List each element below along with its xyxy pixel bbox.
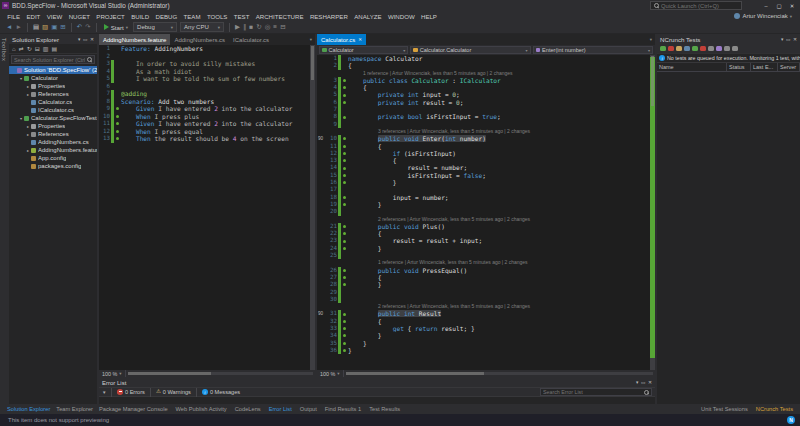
code-line[interactable]: 20 — [317, 208, 650, 215]
start-debug-button[interactable]: Start▾ — [102, 24, 130, 31]
bottom-tab-web-publish-activity[interactable]: Web Publish Activity — [173, 406, 230, 412]
code-line[interactable]: 24 } — [317, 245, 650, 252]
ncrunch-title[interactable]: NCrunch Tests ▾ ▭ ✕ — [657, 34, 800, 44]
bottom-tab-test-results[interactable]: Test Results — [366, 406, 403, 412]
code-line[interactable]: 3 public class Calculator : ICalculator — [317, 77, 650, 84]
close-icon[interactable]: ✕ — [358, 37, 362, 42]
collapse-icon[interactable]: ⊟ — [280, 24, 285, 31]
warnings-filter-button[interactable]: ⚠ 0 Warnings — [156, 389, 191, 395]
ncrunch-run-icon[interactable] — [660, 46, 666, 52]
column-header-name[interactable]: Name — [657, 63, 727, 71]
open-file-icon[interactable]: ▨ — [42, 24, 48, 31]
feature-line[interactable]: 10 When I press plus — [99, 113, 310, 121]
pin-icon[interactable]: ▭ — [786, 37, 791, 42]
scrollbar-thumb[interactable] — [311, 46, 314, 80]
close-icon[interactable]: ✕ — [90, 37, 94, 42]
code-line[interactable]: 22 { — [317, 230, 650, 237]
code-line[interactable]: 9 — [317, 121, 650, 128]
pin-icon[interactable]: ▭ — [641, 380, 646, 385]
code-line[interactable]: 6 private int result = 0; — [317, 99, 650, 106]
feature-line[interactable]: 6 — [99, 83, 310, 91]
scrollbar-thumb[interactable] — [346, 372, 484, 375]
errors-filter-button[interactable]: 0 Errors — [117, 389, 144, 395]
error-list-title[interactable]: Error List ▾ ▭ ✕ — [99, 378, 655, 387]
feature-line[interactable]: 5 I want to be told the sum of few numbe… — [99, 75, 310, 83]
feature-line[interactable]: 8Scenario: Add two numbers — [99, 98, 310, 106]
save-icon[interactable]: ▣ — [51, 24, 57, 31]
messages-filter-button[interactable]: i 0 Messages — [202, 389, 240, 395]
column-header-server[interactable]: Server — [778, 63, 800, 71]
feature-line[interactable]: 7@adding — [99, 90, 310, 98]
codelens-line[interactable]: 1 reference | Artur Wincenciak, less tha… — [317, 70, 650, 77]
tree-item[interactable]: Calculator.cs — [9, 98, 97, 106]
solution-search-input[interactable] — [14, 57, 85, 63]
code-line[interactable]: 32 { — [317, 318, 650, 325]
tree-item[interactable]: ▸Properties — [9, 82, 97, 90]
menu-tools[interactable]: TOOLS — [204, 13, 231, 20]
refresh-icon[interactable]: ↻ — [27, 45, 32, 52]
close-icon[interactable]: ✕ — [786, 3, 798, 9]
bottom-tab-codelens[interactable]: CodeLens — [232, 406, 264, 412]
back-icon[interactable]: ◄ — [6, 24, 12, 31]
code-line[interactable]: 36} — [317, 347, 650, 354]
bottom-tab-error-list[interactable]: Error List — [266, 406, 295, 412]
ncrunch-filter-icon[interactable] — [732, 46, 738, 52]
tab-calculator-cs[interactable]: Calculator.cs ✕ — [317, 34, 366, 45]
horizontal-scrollbar[interactable] — [128, 372, 313, 375]
code-line[interactable]: 9010 public void Enter(int number) — [317, 135, 650, 142]
tab-overflow-icon[interactable]: ▾ — [307, 37, 315, 42]
find-in-files-icon[interactable]: ◎ — [265, 24, 271, 31]
tree-item[interactable]: Solution 'BDD.SpecFlow' (2 projects) — [9, 66, 97, 74]
feature-line[interactable]: 11 Given I have entered 2 into the calcu… — [99, 120, 310, 128]
feature-vertical-scrollbar[interactable] — [310, 45, 315, 370]
bottom-tab-unit-test-sessions[interactable]: Unit Test Sessions — [698, 406, 751, 412]
codelens-line[interactable]: 1 reference | Artur Wincenciak, less tha… — [317, 259, 650, 266]
pin-icon[interactable]: ▭ — [83, 37, 88, 42]
code-line[interactable]: 33 get { return result; } — [317, 325, 650, 332]
column-header-last-e-[interactable]: Last E... — [751, 63, 778, 71]
feature-line[interactable]: 3 In order to avoid silly mistakes — [99, 60, 310, 68]
filter-icon[interactable]: ▼ — [102, 390, 106, 395]
code-line[interactable]: 7 — [317, 106, 650, 113]
ncrunch-failed-icon[interactable] — [700, 46, 706, 52]
solution-explorer-title[interactable]: Solution Explorer ▾ ▭ ✕ — [9, 34, 97, 44]
code-line[interactable]: 12 if (isFirstInput) — [317, 150, 650, 157]
tree-item[interactable]: ▾Calculator — [9, 74, 97, 82]
bottom-tab-output[interactable]: Output — [297, 406, 320, 412]
bottom-tab-solution-explorer[interactable]: Solution Explorer — [4, 406, 53, 412]
close-icon[interactable]: ✕ — [648, 380, 652, 385]
pause-icon[interactable]: ∥ — [243, 24, 246, 31]
menu-view[interactable]: VIEW — [44, 13, 66, 20]
code-line[interactable]: 14 result = number; — [317, 164, 650, 171]
code-vertical-scrollbar[interactable] — [650, 55, 655, 370]
ncrunch-queue-icon[interactable] — [684, 46, 690, 52]
code-line[interactable]: 1namespace Calculator — [317, 55, 650, 62]
new-file-icon[interactable]: ▤ — [33, 24, 39, 31]
bottom-tab-package-manager-console[interactable]: Package Manager Console — [96, 406, 171, 412]
undo-icon[interactable]: ↶ — [77, 24, 82, 31]
code-line[interactable]: 34 } — [317, 332, 650, 339]
quick-launch[interactable] — [650, 1, 742, 10]
menu-test[interactable]: TEST — [231, 13, 253, 20]
breadcrumb-class[interactable]: Calculator.Calculator▾ — [410, 46, 530, 54]
feature-line[interactable]: 12 When I press equal — [99, 128, 310, 136]
scrollbar-thumb[interactable] — [651, 56, 654, 106]
code-line[interactable]: 21 public void Plus() — [317, 223, 650, 230]
tree-item[interactable]: ▸References — [9, 130, 97, 138]
stop-icon[interactable]: ■ — [249, 24, 253, 31]
quick-launch-input[interactable] — [661, 3, 739, 9]
tree-item[interactable]: ▸References — [9, 90, 97, 98]
preview-selected-icon[interactable]: ▤ — [51, 45, 57, 52]
ncrunch-settings-icon[interactable] — [724, 46, 730, 52]
window-position-icon[interactable]: ▾ — [78, 37, 80, 42]
toolbox-tab[interactable]: Toolbox — [0, 34, 9, 404]
sync-with-active-document-icon[interactable]: ⇄ — [19, 45, 24, 52]
tree-item[interactable]: ▾Calculator.SpecFlowTests — [9, 114, 97, 122]
code-line[interactable]: 18 input = number; — [317, 194, 650, 201]
code-line[interactable]: 5 private int input = 0; — [317, 91, 650, 98]
breadcrumb-method[interactable]: Enter(int number)▾ — [533, 46, 653, 54]
menu-build[interactable]: BUILD — [128, 13, 152, 20]
horizontal-scrollbar[interactable] — [346, 372, 653, 375]
minimize-icon[interactable]: – — [760, 3, 772, 9]
redo-icon[interactable]: ↷ — [85, 24, 90, 31]
